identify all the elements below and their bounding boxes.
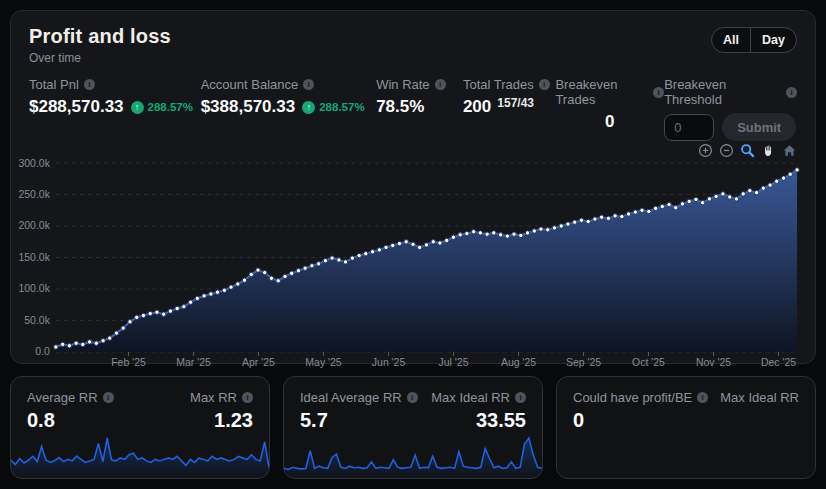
profit-loss-card: Profit and loss Over time All Day Total … bbox=[10, 10, 816, 364]
stat-label: Account Balance bbox=[201, 77, 299, 92]
info-icon[interactable] bbox=[407, 392, 418, 403]
stat-label: Total Pnl bbox=[29, 77, 79, 92]
stat-label: Win Rate bbox=[376, 77, 429, 92]
card-header: Profit and loss Over time All Day bbox=[29, 25, 797, 65]
balance-change-text: 288.57% bbox=[319, 101, 364, 113]
ideal-average-rr-value: 5.7 bbox=[300, 409, 328, 432]
info-icon[interactable] bbox=[242, 392, 253, 403]
pnl-change-text: 288.57% bbox=[148, 101, 193, 113]
stat-total-pnl: Total Pnl $288,570.33 288.57% bbox=[29, 77, 201, 141]
max-ideal-rr-label-2: Max Ideal RR bbox=[720, 390, 799, 405]
svg-text:0.0: 0.0 bbox=[35, 346, 50, 357]
average-rr-card: Average RR Max RR 0.8 1.23 bbox=[10, 376, 270, 479]
title-block: Profit and loss Over time bbox=[29, 25, 171, 65]
info-icon[interactable] bbox=[435, 79, 446, 90]
page-title: Profit and loss bbox=[29, 25, 171, 48]
submit-button[interactable]: Submit bbox=[722, 113, 796, 141]
stat-value: 78.5% bbox=[376, 97, 424, 117]
pan-hand-icon[interactable] bbox=[761, 143, 776, 158]
info-icon[interactable] bbox=[786, 87, 797, 98]
reset-axes-home-icon[interactable] bbox=[782, 143, 797, 158]
svg-text:May '25: May '25 bbox=[305, 357, 341, 368]
info-icon[interactable] bbox=[697, 392, 708, 403]
svg-text:150.0k: 150.0k bbox=[19, 252, 51, 263]
stat-value: $388,570.33 bbox=[201, 97, 296, 117]
ideal-rr-card: Ideal Average RR Max Ideal RR 5.7 33.55 bbox=[283, 376, 543, 479]
stat-breakeven-trades: Breakeven Trades 0 bbox=[555, 77, 664, 141]
stat-win-rate: Win Rate 78.5% bbox=[376, 77, 463, 141]
info-icon[interactable] bbox=[103, 392, 114, 403]
svg-text:Jul '25: Jul '25 bbox=[439, 357, 469, 368]
max-ideal-rr-value: 33.55 bbox=[476, 409, 526, 432]
stat-label: Breakeven Threshold bbox=[664, 77, 781, 107]
info-icon[interactable] bbox=[303, 79, 314, 90]
svg-text:Feb '25: Feb '25 bbox=[111, 357, 146, 368]
balance-change-badge: 288.57% bbox=[302, 101, 364, 114]
could-have-profit-value: 0 bbox=[573, 409, 584, 432]
zoom-out-icon[interactable] bbox=[719, 143, 734, 158]
arrow-up-icon bbox=[302, 101, 315, 114]
metric-cards-row: Average RR Max RR 0.8 1.23 Ideal Average… bbox=[10, 376, 816, 479]
max-rr-value: 1.23 bbox=[214, 409, 253, 432]
chart-toolbar bbox=[29, 143, 797, 158]
zoom-in-icon[interactable] bbox=[698, 143, 713, 158]
ideal-rr-sparkline bbox=[284, 432, 542, 478]
range-all-button[interactable]: All bbox=[712, 28, 750, 52]
could-have-profit-card: Could have profit/BE Max Ideal RR 0 bbox=[556, 376, 816, 479]
stat-value: $288,570.33 bbox=[29, 97, 124, 117]
range-day-button[interactable]: Day bbox=[750, 28, 796, 52]
stat-total-trades: Total Trades 200 157/43 bbox=[463, 77, 556, 141]
svg-text:Aug '25: Aug '25 bbox=[501, 357, 536, 368]
stat-label: Breakeven Trades bbox=[555, 77, 648, 107]
svg-text:Dec '25: Dec '25 bbox=[761, 357, 796, 368]
could-have-profit-label: Could have profit/BE bbox=[573, 390, 692, 405]
stats-row: Total Pnl $288,570.33 288.57% Account Ba… bbox=[29, 77, 797, 141]
arrow-up-icon bbox=[131, 101, 144, 114]
pnl-change-badge: 288.57% bbox=[131, 101, 193, 114]
average-rr-label: Average RR bbox=[27, 390, 98, 405]
stat-value: 200 bbox=[463, 97, 491, 117]
svg-text:Nov '25: Nov '25 bbox=[696, 357, 731, 368]
svg-text:200.0k: 200.0k bbox=[19, 220, 51, 231]
range-toggle: All Day bbox=[711, 27, 797, 53]
box-zoom-magnifier-icon[interactable] bbox=[740, 143, 755, 158]
svg-text:Oct '25: Oct '25 bbox=[632, 357, 665, 368]
breakeven-threshold-input[interactable] bbox=[664, 114, 714, 141]
rr-sparkline bbox=[11, 432, 269, 478]
win-loss-split: 157/43 bbox=[497, 96, 534, 110]
ideal-average-rr-label: Ideal Average RR bbox=[300, 390, 402, 405]
svg-text:300.0k: 300.0k bbox=[19, 158, 51, 169]
info-icon[interactable] bbox=[539, 79, 550, 90]
stat-value: 0 bbox=[605, 112, 614, 132]
svg-text:50.0k: 50.0k bbox=[24, 315, 50, 326]
average-rr-value: 0.8 bbox=[27, 409, 55, 432]
stat-breakeven-threshold: Breakeven Threshold Submit bbox=[664, 77, 797, 141]
page-subtitle: Over time bbox=[29, 51, 171, 65]
max-rr-label: Max RR bbox=[190, 390, 237, 405]
info-icon[interactable] bbox=[84, 79, 95, 90]
max-ideal-rr-label: Max Ideal RR bbox=[431, 390, 510, 405]
dashboard-page: Profit and loss Over time All Day Total … bbox=[0, 0, 826, 489]
info-icon[interactable] bbox=[515, 392, 526, 403]
info-icon[interactable] bbox=[653, 87, 664, 98]
svg-text:100.0k: 100.0k bbox=[19, 283, 51, 294]
svg-text:Apr '25: Apr '25 bbox=[242, 357, 275, 368]
svg-text:250.0k: 250.0k bbox=[19, 189, 51, 200]
svg-text:Mar '25: Mar '25 bbox=[176, 357, 211, 368]
svg-text:Jun '25: Jun '25 bbox=[372, 357, 406, 368]
stat-account-balance: Account Balance $388,570.33 288.57% bbox=[201, 77, 376, 141]
pnl-chart[interactable]: 0.050.0k100.0k150.0k200.0k250.0k300.0kFe… bbox=[11, 158, 815, 378]
stat-label: Total Trades bbox=[463, 77, 534, 92]
svg-text:Sep '25: Sep '25 bbox=[566, 357, 601, 368]
